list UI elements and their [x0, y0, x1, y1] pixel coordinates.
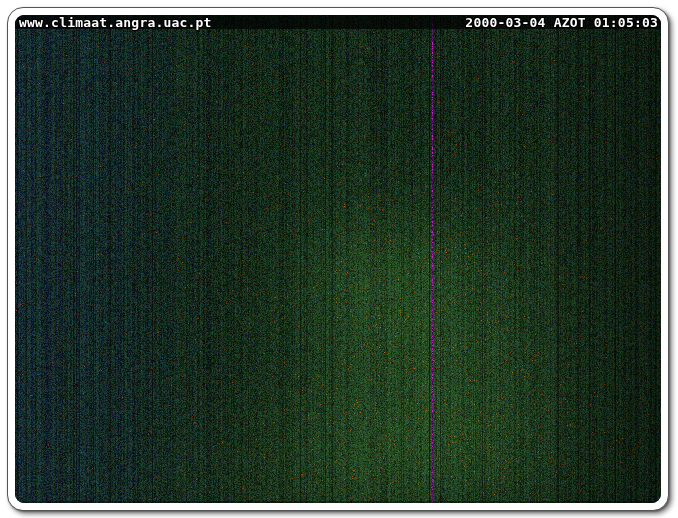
overlay-timestamp-text: 2000-03-04 AZOT 01:05:03 [465, 16, 658, 30]
photo-frame: www.climaat.angra.uac.pt 2000-03-04 AZOT… [7, 7, 669, 511]
overlay-url-text: www.climaat.angra.uac.pt [19, 16, 212, 30]
webcam-noise-canvas [15, 15, 661, 503]
webcam-image: www.climaat.angra.uac.pt 2000-03-04 AZOT… [15, 15, 661, 503]
